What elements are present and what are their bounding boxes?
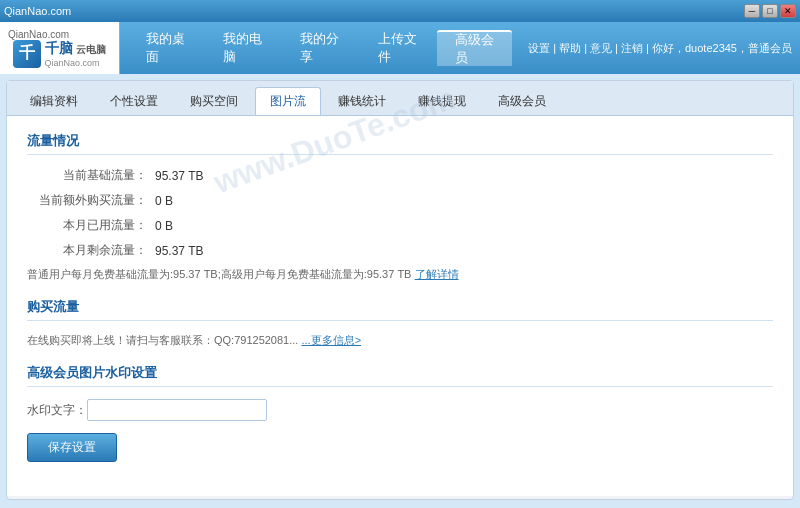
watermark-section: 高级会员图片水印设置 水印文字： 保存设置 — [27, 364, 773, 462]
nav-tab-share[interactable]: 我的分享 — [282, 30, 357, 66]
flow-section: 流量情况 当前基础流量： 95.37 TB 当前额外购买流量： 0 B 本月已用… — [27, 132, 773, 282]
flow-title: 流量情况 — [27, 132, 773, 155]
sub-tab-vip[interactable]: 高级会员 — [483, 87, 561, 115]
flow-row-0: 当前基础流量： 95.37 TB — [27, 167, 773, 184]
nav-bar: QianNao.com 千 千脑 云电脑 QianNao.com 我的桌面 我的… — [0, 22, 800, 74]
buy-text: 在线购买即将上线！请扫与客服联系：QQ:791252081... ...更多信息… — [27, 333, 773, 348]
logo-cn-name: 千脑 云电脑 — [45, 40, 107, 58]
nav-tab-desktop[interactable]: 我的桌面 — [128, 30, 203, 66]
buy-link[interactable]: ...更多信息> — [301, 334, 361, 346]
page-content: 流量情况 当前基础流量： 95.37 TB 当前额外购买流量： 0 B 本月已用… — [7, 116, 793, 496]
buy-section: 购买流量 在线购买即将上线！请扫与客服联系：QQ:791252081... ..… — [27, 298, 773, 348]
sub-tab-earning[interactable]: 赚钱统计 — [323, 87, 401, 115]
flow-row-3: 本月剩余流量： 95.37 TB — [27, 242, 773, 259]
nav-tab-upload[interactable]: 上传文件 — [360, 30, 435, 66]
sub-tab-personal[interactable]: 个性设置 — [95, 87, 173, 115]
close-button[interactable]: ✕ — [780, 4, 796, 18]
title-bar: QianNao.com ─ □ ✕ — [0, 0, 800, 22]
save-button[interactable]: 保存设置 — [27, 433, 117, 462]
buy-title: 购买流量 — [27, 298, 773, 321]
sub-tab-imgflow[interactable]: 图片流 — [255, 87, 321, 115]
logo-area: QianNao.com 千 千脑 云电脑 QianNao.com — [0, 22, 120, 74]
nav-tab-vip[interactable]: 高级会员 — [437, 30, 512, 66]
watermark-row: 水印文字： — [27, 399, 773, 421]
sub-tab-withdraw[interactable]: 赚钱提现 — [403, 87, 481, 115]
nav-right-info: 设置 | 帮助 | 意见 | 注销 | 你好，duote2345，普通会员 — [520, 41, 800, 56]
sub-tabs: 编辑资料 个性设置 购买空间 图片流 赚钱统计 赚钱提现 高级会员 — [7, 81, 793, 116]
sub-tab-buyspace[interactable]: 购买空间 — [175, 87, 253, 115]
flow-note: 普通用户每月免费基础流量为:95.37 TB;高级用户每月免费基础流量为:95.… — [27, 267, 773, 282]
nav-tabs: 我的桌面 我的电脑 我的分享 上传文件 高级会员 — [120, 22, 520, 74]
flow-row-2: 本月已用流量： 0 B — [27, 217, 773, 234]
content-area: 编辑资料 个性设置 购买空间 图片流 赚钱统计 赚钱提现 高级会员 流量情况 当… — [6, 80, 794, 500]
logo-en-name: QianNao.com — [45, 58, 107, 68]
title-bar-text: QianNao.com — [4, 5, 71, 17]
watermark-input[interactable] — [87, 399, 267, 421]
nav-tab-computer[interactable]: 我的电脑 — [205, 30, 280, 66]
watermark-label: 水印文字： — [27, 402, 87, 419]
watermark-title: 高级会员图片水印设置 — [27, 364, 773, 387]
flow-note-link[interactable]: 了解详情 — [415, 268, 459, 280]
flow-row-1: 当前额外购买流量： 0 B — [27, 192, 773, 209]
logo-icon: 千 — [13, 40, 41, 68]
logo-site: QianNao.com — [8, 29, 69, 40]
window-controls: ─ □ ✕ — [744, 4, 796, 18]
minimize-button[interactable]: ─ — [744, 4, 760, 18]
sub-tab-profile[interactable]: 编辑资料 — [15, 87, 93, 115]
maximize-button[interactable]: □ — [762, 4, 778, 18]
